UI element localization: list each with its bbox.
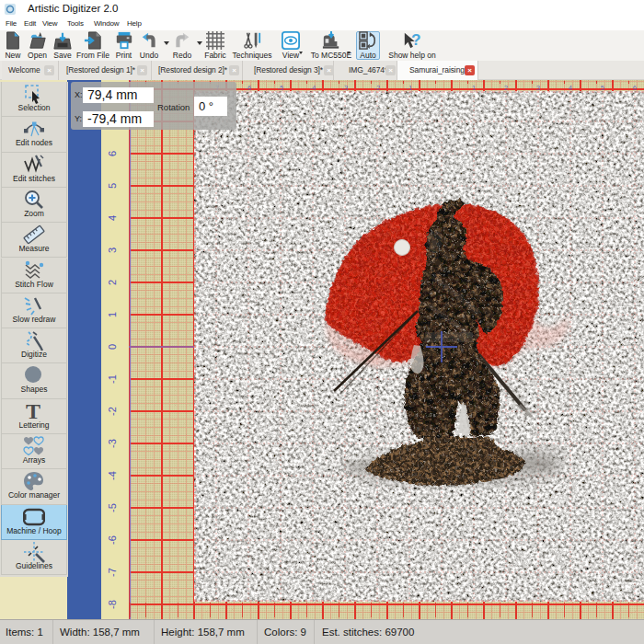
svg-text:2: 2 [107, 280, 118, 285]
svg-text:-7: -7 [107, 568, 118, 577]
svg-text:5: 5 [107, 183, 118, 189]
svg-text:-4: -4 [310, 84, 316, 92]
svg-text:-4: -4 [107, 471, 118, 480]
svg-text:5: 5 [601, 84, 604, 92]
svg-text:-3: -3 [107, 439, 118, 448]
svg-text:?: ? [411, 31, 421, 49]
svg-text:2: 2 [504, 84, 508, 92]
svg-text:0: 0 [107, 344, 118, 350]
svg-text:-3: -3 [342, 84, 349, 92]
svg-text:-1: -1 [107, 374, 118, 384]
svg-text:3: 3 [107, 247, 118, 253]
svg-text:-2: -2 [374, 84, 381, 92]
svg-text:4: 4 [107, 215, 118, 221]
svg-text:4: 4 [569, 84, 572, 92]
svg-text:3: 3 [536, 84, 540, 92]
svg-text:-5: -5 [107, 503, 118, 512]
svg-text:T: T [26, 400, 40, 422]
svg-text:-6: -6 [107, 535, 118, 545]
svg-text:-6: -6 [246, 84, 252, 92]
svg-text:6: 6 [633, 84, 637, 92]
svg-text:1: 1 [472, 84, 476, 92]
svg-text:-2: -2 [107, 407, 118, 416]
svg-text:-5: -5 [278, 84, 284, 92]
svg-text:6: 6 [107, 151, 118, 156]
svg-text:-1: -1 [407, 84, 413, 92]
svg-text:-8: -8 [107, 600, 118, 609]
svg-text:1: 1 [107, 312, 118, 317]
